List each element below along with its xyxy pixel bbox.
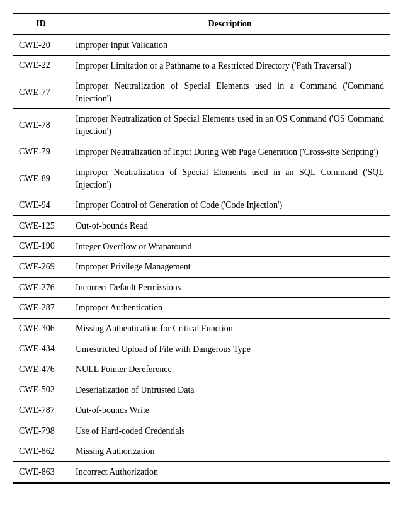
id-column-header: ID — [13, 13, 69, 35]
table-row: CWE-269Improper Privilege Management — [13, 257, 390, 278]
description-column-header: Description — [69, 13, 390, 35]
cwe-id-cell: CWE-798 — [13, 421, 69, 441]
cwe-id-cell: CWE-434 — [13, 339, 69, 359]
cwe-id-cell: CWE-79 — [13, 142, 69, 162]
cwe-description-cell: Improper Input Validation — [69, 35, 390, 55]
cwe-description-cell: Improper Authentication — [69, 298, 390, 319]
table-row: CWE-787Out-of-bounds Write — [13, 400, 390, 421]
cwe-table: ID Description CWE-20Improper Input Vali… — [13, 13, 390, 484]
table-row: CWE-79Improper Neutralization of Input D… — [13, 142, 390, 162]
cwe-id-cell: CWE-22 — [13, 55, 69, 76]
table-row: CWE-306Missing Authentication for Critic… — [13, 318, 390, 339]
cwe-id-cell: CWE-77 — [13, 76, 69, 109]
table-row: CWE-863Incorrect Authorization — [13, 462, 390, 483]
table-row: CWE-190Integer Overflow or Wraparound — [13, 236, 390, 257]
cwe-description-cell: Missing Authorization — [69, 441, 390, 462]
cwe-description-cell: Improper Neutralization of Special Eleme… — [69, 76, 390, 109]
table-row: CWE-20Improper Input Validation — [13, 35, 390, 55]
table-row: CWE-94Improper Control of Generation of … — [13, 195, 390, 216]
cwe-description-cell: Out-of-bounds Write — [69, 400, 390, 421]
table-row: CWE-798Use of Hard-coded Credentials — [13, 421, 390, 441]
cwe-id-cell: CWE-502 — [13, 380, 69, 400]
cwe-description-cell: Improper Neutralization of Special Eleme… — [69, 109, 390, 142]
cwe-id-cell: CWE-863 — [13, 462, 69, 483]
table-header-row: ID Description — [13, 13, 390, 35]
table-row: CWE-276Incorrect Default Permissions — [13, 277, 390, 298]
cwe-id-cell: CWE-287 — [13, 298, 69, 319]
cwe-description-cell: Out-of-bounds Read — [69, 215, 390, 236]
table-row: CWE-77Improper Neutralization of Special… — [13, 76, 390, 109]
cwe-id-cell: CWE-862 — [13, 441, 69, 462]
cwe-description-cell: Improper Privilege Management — [69, 257, 390, 278]
cwe-description-cell: Improper Limitation of a Pathname to a R… — [69, 55, 390, 76]
cwe-id-cell: CWE-190 — [13, 236, 69, 257]
table-row: CWE-22Improper Limitation of a Pathname … — [13, 55, 390, 76]
cwe-description-cell: Improper Control of Generation of Code (… — [69, 195, 390, 216]
table-row: CWE-502Deserialization of Untrusted Data — [13, 380, 390, 400]
cwe-description-cell: Improper Neutralization of Special Eleme… — [69, 162, 390, 195]
cwe-id-cell: CWE-78 — [13, 109, 69, 142]
cwe-description-cell: Incorrect Authorization — [69, 462, 390, 483]
cwe-id-cell: CWE-476 — [13, 359, 69, 380]
table-row: CWE-434Unrestricted Upload of File with … — [13, 339, 390, 359]
cwe-id-cell: CWE-89 — [13, 162, 69, 195]
cwe-description-cell: Deserialization of Untrusted Data — [69, 380, 390, 400]
cwe-description-cell: NULL Pointer Dereference — [69, 359, 390, 380]
cwe-description-cell: Unrestricted Upload of File with Dangero… — [69, 339, 390, 359]
table-row: CWE-125Out-of-bounds Read — [13, 215, 390, 236]
cwe-id-cell: CWE-276 — [13, 277, 69, 298]
cwe-description-cell: Improper Neutralization of Input During … — [69, 142, 390, 162]
table-row: CWE-89Improper Neutralization of Special… — [13, 162, 390, 195]
cwe-id-cell: CWE-787 — [13, 400, 69, 421]
cwe-id-cell: CWE-306 — [13, 318, 69, 339]
table-row: CWE-287Improper Authentication — [13, 298, 390, 319]
cwe-id-cell: CWE-269 — [13, 257, 69, 278]
table-row: CWE-78Improper Neutralization of Special… — [13, 109, 390, 142]
cwe-id-cell: CWE-94 — [13, 195, 69, 216]
table-row: CWE-476NULL Pointer Dereference — [13, 359, 390, 380]
cwe-id-cell: CWE-125 — [13, 215, 69, 236]
cwe-description-cell: Integer Overflow or Wraparound — [69, 236, 390, 257]
cwe-description-cell: Incorrect Default Permissions — [69, 277, 390, 298]
cwe-description-cell: Use of Hard-coded Credentials — [69, 421, 390, 441]
cwe-description-cell: Missing Authentication for Critical Func… — [69, 318, 390, 339]
table-row: CWE-862Missing Authorization — [13, 441, 390, 462]
cwe-id-cell: CWE-20 — [13, 35, 69, 55]
